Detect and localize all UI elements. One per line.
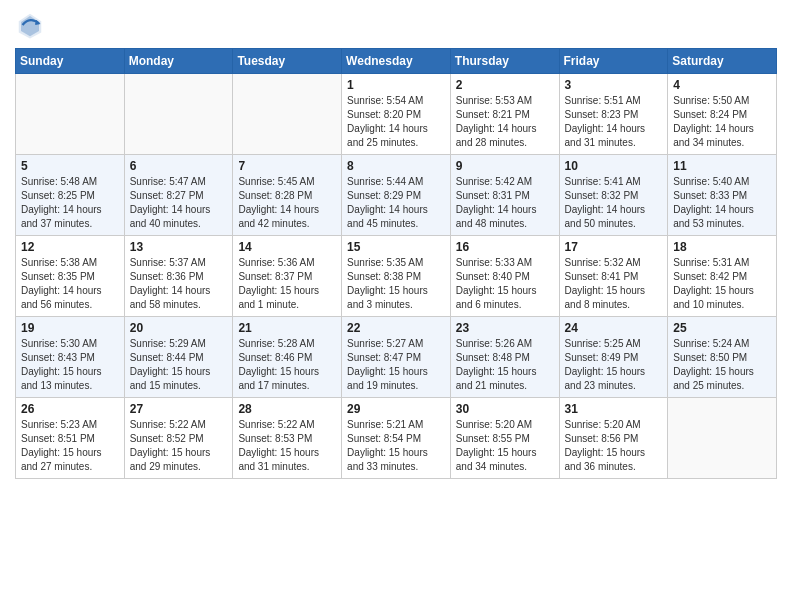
day-number: 16 bbox=[456, 240, 554, 254]
day-number: 9 bbox=[456, 159, 554, 173]
calendar-cell bbox=[668, 398, 777, 479]
col-header-monday: Monday bbox=[124, 49, 233, 74]
calendar-cell: 9Sunrise: 5:42 AM Sunset: 8:31 PM Daylig… bbox=[450, 155, 559, 236]
day-info: Sunrise: 5:27 AM Sunset: 8:47 PM Dayligh… bbox=[347, 337, 445, 393]
calendar-cell: 6Sunrise: 5:47 AM Sunset: 8:27 PM Daylig… bbox=[124, 155, 233, 236]
day-number: 28 bbox=[238, 402, 336, 416]
calendar-cell: 13Sunrise: 5:37 AM Sunset: 8:36 PM Dayli… bbox=[124, 236, 233, 317]
day-number: 19 bbox=[21, 321, 119, 335]
day-number: 22 bbox=[347, 321, 445, 335]
calendar-week-row: 26Sunrise: 5:23 AM Sunset: 8:51 PM Dayli… bbox=[16, 398, 777, 479]
calendar-cell: 20Sunrise: 5:29 AM Sunset: 8:44 PM Dayli… bbox=[124, 317, 233, 398]
calendar-cell: 5Sunrise: 5:48 AM Sunset: 8:25 PM Daylig… bbox=[16, 155, 125, 236]
day-info: Sunrise: 5:25 AM Sunset: 8:49 PM Dayligh… bbox=[565, 337, 663, 393]
logo bbox=[15, 10, 49, 40]
calendar-cell: 29Sunrise: 5:21 AM Sunset: 8:54 PM Dayli… bbox=[342, 398, 451, 479]
day-info: Sunrise: 5:53 AM Sunset: 8:21 PM Dayligh… bbox=[456, 94, 554, 150]
col-header-wednesday: Wednesday bbox=[342, 49, 451, 74]
calendar-cell: 31Sunrise: 5:20 AM Sunset: 8:56 PM Dayli… bbox=[559, 398, 668, 479]
calendar-week-row: 5Sunrise: 5:48 AM Sunset: 8:25 PM Daylig… bbox=[16, 155, 777, 236]
day-number: 29 bbox=[347, 402, 445, 416]
day-number: 4 bbox=[673, 78, 771, 92]
calendar-cell: 21Sunrise: 5:28 AM Sunset: 8:46 PM Dayli… bbox=[233, 317, 342, 398]
calendar-cell: 7Sunrise: 5:45 AM Sunset: 8:28 PM Daylig… bbox=[233, 155, 342, 236]
calendar-cell bbox=[16, 74, 125, 155]
col-header-tuesday: Tuesday bbox=[233, 49, 342, 74]
calendar-cell: 28Sunrise: 5:22 AM Sunset: 8:53 PM Dayli… bbox=[233, 398, 342, 479]
calendar-cell: 22Sunrise: 5:27 AM Sunset: 8:47 PM Dayli… bbox=[342, 317, 451, 398]
calendar-cell: 16Sunrise: 5:33 AM Sunset: 8:40 PM Dayli… bbox=[450, 236, 559, 317]
day-number: 25 bbox=[673, 321, 771, 335]
day-info: Sunrise: 5:50 AM Sunset: 8:24 PM Dayligh… bbox=[673, 94, 771, 150]
day-number: 8 bbox=[347, 159, 445, 173]
col-header-friday: Friday bbox=[559, 49, 668, 74]
day-info: Sunrise: 5:51 AM Sunset: 8:23 PM Dayligh… bbox=[565, 94, 663, 150]
calendar-cell: 17Sunrise: 5:32 AM Sunset: 8:41 PM Dayli… bbox=[559, 236, 668, 317]
day-info: Sunrise: 5:44 AM Sunset: 8:29 PM Dayligh… bbox=[347, 175, 445, 231]
day-info: Sunrise: 5:36 AM Sunset: 8:37 PM Dayligh… bbox=[238, 256, 336, 312]
day-number: 31 bbox=[565, 402, 663, 416]
day-info: Sunrise: 5:28 AM Sunset: 8:46 PM Dayligh… bbox=[238, 337, 336, 393]
day-number: 27 bbox=[130, 402, 228, 416]
day-info: Sunrise: 5:29 AM Sunset: 8:44 PM Dayligh… bbox=[130, 337, 228, 393]
calendar-cell: 2Sunrise: 5:53 AM Sunset: 8:21 PM Daylig… bbox=[450, 74, 559, 155]
calendar-cell: 18Sunrise: 5:31 AM Sunset: 8:42 PM Dayli… bbox=[668, 236, 777, 317]
day-number: 17 bbox=[565, 240, 663, 254]
day-number: 11 bbox=[673, 159, 771, 173]
day-info: Sunrise: 5:33 AM Sunset: 8:40 PM Dayligh… bbox=[456, 256, 554, 312]
day-info: Sunrise: 5:31 AM Sunset: 8:42 PM Dayligh… bbox=[673, 256, 771, 312]
day-info: Sunrise: 5:30 AM Sunset: 8:43 PM Dayligh… bbox=[21, 337, 119, 393]
calendar-cell: 14Sunrise: 5:36 AM Sunset: 8:37 PM Dayli… bbox=[233, 236, 342, 317]
day-number: 5 bbox=[21, 159, 119, 173]
day-info: Sunrise: 5:47 AM Sunset: 8:27 PM Dayligh… bbox=[130, 175, 228, 231]
col-header-sunday: Sunday bbox=[16, 49, 125, 74]
day-info: Sunrise: 5:23 AM Sunset: 8:51 PM Dayligh… bbox=[21, 418, 119, 474]
calendar-cell bbox=[233, 74, 342, 155]
calendar-cell bbox=[124, 74, 233, 155]
logo-icon bbox=[15, 10, 45, 40]
day-info: Sunrise: 5:21 AM Sunset: 8:54 PM Dayligh… bbox=[347, 418, 445, 474]
day-info: Sunrise: 5:38 AM Sunset: 8:35 PM Dayligh… bbox=[21, 256, 119, 312]
calendar-cell: 30Sunrise: 5:20 AM Sunset: 8:55 PM Dayli… bbox=[450, 398, 559, 479]
day-info: Sunrise: 5:35 AM Sunset: 8:38 PM Dayligh… bbox=[347, 256, 445, 312]
day-number: 20 bbox=[130, 321, 228, 335]
calendar-cell: 8Sunrise: 5:44 AM Sunset: 8:29 PM Daylig… bbox=[342, 155, 451, 236]
header bbox=[15, 10, 777, 40]
calendar-header-row: SundayMondayTuesdayWednesdayThursdayFrid… bbox=[16, 49, 777, 74]
day-number: 24 bbox=[565, 321, 663, 335]
day-number: 12 bbox=[21, 240, 119, 254]
calendar-cell: 10Sunrise: 5:41 AM Sunset: 8:32 PM Dayli… bbox=[559, 155, 668, 236]
day-info: Sunrise: 5:24 AM Sunset: 8:50 PM Dayligh… bbox=[673, 337, 771, 393]
calendar-cell: 19Sunrise: 5:30 AM Sunset: 8:43 PM Dayli… bbox=[16, 317, 125, 398]
day-info: Sunrise: 5:32 AM Sunset: 8:41 PM Dayligh… bbox=[565, 256, 663, 312]
calendar-cell: 23Sunrise: 5:26 AM Sunset: 8:48 PM Dayli… bbox=[450, 317, 559, 398]
day-info: Sunrise: 5:20 AM Sunset: 8:56 PM Dayligh… bbox=[565, 418, 663, 474]
day-number: 2 bbox=[456, 78, 554, 92]
day-info: Sunrise: 5:22 AM Sunset: 8:53 PM Dayligh… bbox=[238, 418, 336, 474]
calendar-cell: 11Sunrise: 5:40 AM Sunset: 8:33 PM Dayli… bbox=[668, 155, 777, 236]
day-info: Sunrise: 5:54 AM Sunset: 8:20 PM Dayligh… bbox=[347, 94, 445, 150]
calendar-cell: 24Sunrise: 5:25 AM Sunset: 8:49 PM Dayli… bbox=[559, 317, 668, 398]
day-number: 21 bbox=[238, 321, 336, 335]
day-info: Sunrise: 5:41 AM Sunset: 8:32 PM Dayligh… bbox=[565, 175, 663, 231]
calendar-week-row: 1Sunrise: 5:54 AM Sunset: 8:20 PM Daylig… bbox=[16, 74, 777, 155]
day-number: 14 bbox=[238, 240, 336, 254]
day-number: 15 bbox=[347, 240, 445, 254]
day-number: 1 bbox=[347, 78, 445, 92]
calendar-cell: 27Sunrise: 5:22 AM Sunset: 8:52 PM Dayli… bbox=[124, 398, 233, 479]
calendar-cell: 15Sunrise: 5:35 AM Sunset: 8:38 PM Dayli… bbox=[342, 236, 451, 317]
page: SundayMondayTuesdayWednesdayThursdayFrid… bbox=[0, 0, 792, 489]
day-info: Sunrise: 5:42 AM Sunset: 8:31 PM Dayligh… bbox=[456, 175, 554, 231]
col-header-thursday: Thursday bbox=[450, 49, 559, 74]
day-number: 3 bbox=[565, 78, 663, 92]
day-number: 30 bbox=[456, 402, 554, 416]
day-info: Sunrise: 5:40 AM Sunset: 8:33 PM Dayligh… bbox=[673, 175, 771, 231]
calendar-cell: 26Sunrise: 5:23 AM Sunset: 8:51 PM Dayli… bbox=[16, 398, 125, 479]
calendar-week-row: 19Sunrise: 5:30 AM Sunset: 8:43 PM Dayli… bbox=[16, 317, 777, 398]
calendar-cell: 1Sunrise: 5:54 AM Sunset: 8:20 PM Daylig… bbox=[342, 74, 451, 155]
day-number: 18 bbox=[673, 240, 771, 254]
calendar-cell: 3Sunrise: 5:51 AM Sunset: 8:23 PM Daylig… bbox=[559, 74, 668, 155]
calendar-table: SundayMondayTuesdayWednesdayThursdayFrid… bbox=[15, 48, 777, 479]
day-info: Sunrise: 5:45 AM Sunset: 8:28 PM Dayligh… bbox=[238, 175, 336, 231]
calendar-cell: 4Sunrise: 5:50 AM Sunset: 8:24 PM Daylig… bbox=[668, 74, 777, 155]
